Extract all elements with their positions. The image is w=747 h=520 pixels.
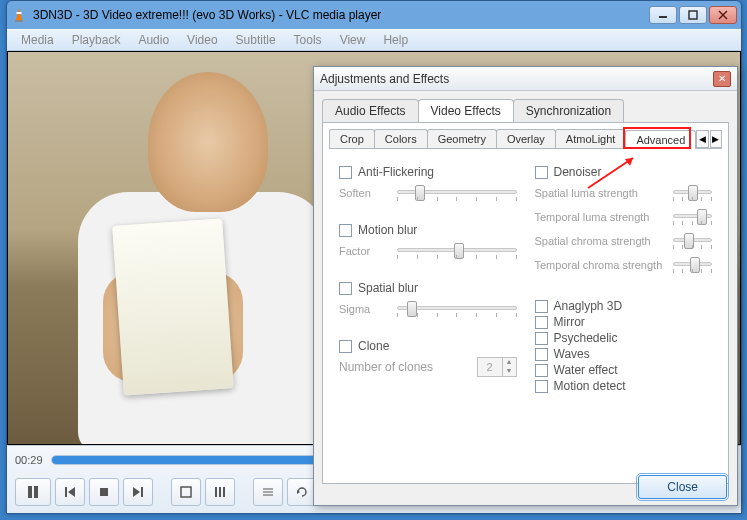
spatial-chroma-label: Spatial chroma strength xyxy=(535,235,665,247)
tab-synchronization[interactable]: Synchronization xyxy=(513,99,624,122)
clone-count-input[interactable] xyxy=(478,361,502,373)
water-label: Water effect xyxy=(554,363,618,377)
subtab-scroll-right[interactable]: ▶ xyxy=(710,130,722,148)
menu-help[interactable]: Help xyxy=(375,31,416,49)
maximize-button[interactable] xyxy=(679,6,707,24)
subtab-atmolight[interactable]: AtmoLight xyxy=(555,129,627,148)
anaglyph-checkbox[interactable] xyxy=(535,300,548,313)
menu-media[interactable]: Media xyxy=(13,31,62,49)
close-button[interactable]: Close xyxy=(638,475,727,499)
prev-button[interactable] xyxy=(55,478,85,506)
waves-label: Waves xyxy=(554,347,590,361)
waves-checkbox[interactable] xyxy=(535,348,548,361)
menu-view[interactable]: View xyxy=(332,31,374,49)
svg-rect-9 xyxy=(65,487,67,497)
fullscreen-button[interactable] xyxy=(171,478,201,506)
menu-video[interactable]: Video xyxy=(179,31,225,49)
menu-audio[interactable]: Audio xyxy=(130,31,177,49)
time-elapsed: 00:29 xyxy=(15,454,43,466)
vlc-cone-icon xyxy=(11,7,27,23)
svg-rect-11 xyxy=(100,488,108,496)
clone-count-down[interactable]: ▼ xyxy=(502,367,516,376)
svg-rect-14 xyxy=(181,487,191,497)
mirror-label: Mirror xyxy=(554,315,585,329)
clone-checkbox[interactable] xyxy=(339,340,352,353)
spatial-luma-slider[interactable] xyxy=(673,183,713,203)
factor-slider[interactable] xyxy=(397,241,517,261)
subtab-overlay[interactable]: Overlay xyxy=(496,129,556,148)
factor-label: Factor xyxy=(339,245,389,257)
clone-count-label: Number of clones xyxy=(339,360,469,374)
menu-subtitle[interactable]: Subtitle xyxy=(228,31,284,49)
dialog-close-icon[interactable]: ✕ xyxy=(713,71,731,87)
psychedelic-checkbox[interactable] xyxy=(535,332,548,345)
denoiser-label: Denoiser xyxy=(554,165,602,179)
playlist-button[interactable] xyxy=(253,478,283,506)
subtab-geometry[interactable]: Geometry xyxy=(427,129,497,148)
spatial-blur-label: Spatial blur xyxy=(358,281,418,295)
motion-blur-checkbox[interactable] xyxy=(339,224,352,237)
water-checkbox[interactable] xyxy=(535,364,548,377)
adjustments-dialog: Adjustments and Effects ✕ Audio Effects … xyxy=(313,66,738,506)
stop-button[interactable] xyxy=(89,478,119,506)
minimize-button[interactable] xyxy=(649,6,677,24)
motion-detect-checkbox[interactable] xyxy=(535,380,548,393)
menubar: Media Playback Audio Video Subtitle Tool… xyxy=(7,29,741,51)
tab-video-effects[interactable]: Video Effects xyxy=(418,99,514,122)
temporal-chroma-label: Temporal chroma strength xyxy=(535,259,665,271)
svg-rect-15 xyxy=(215,487,217,497)
anti-flickering-checkbox[interactable] xyxy=(339,166,352,179)
temporal-chroma-slider[interactable] xyxy=(673,255,713,275)
clone-label: Clone xyxy=(358,339,389,353)
clone-count-up[interactable]: ▲ xyxy=(502,358,516,367)
titlebar: 3DN3D - 3D Video extreme!!! (evo 3D Work… xyxy=(7,1,741,29)
next-button[interactable] xyxy=(123,478,153,506)
sigma-slider[interactable] xyxy=(397,299,517,319)
menu-playback[interactable]: Playback xyxy=(64,31,129,49)
subtab-advanced[interactable]: Advanced xyxy=(625,130,696,149)
clone-count-spinner[interactable]: ▲▼ xyxy=(477,357,517,377)
anti-flickering-label: Anti-Flickering xyxy=(358,165,434,179)
svg-rect-1 xyxy=(17,12,22,14)
psychedelic-label: Psychedelic xyxy=(554,331,618,345)
spatial-luma-label: Spatial luma strength xyxy=(535,187,665,199)
motion-detect-label: Motion detect xyxy=(554,379,626,393)
svg-rect-7 xyxy=(28,486,32,498)
subtab-colors[interactable]: Colors xyxy=(374,129,428,148)
svg-rect-12 xyxy=(141,487,143,497)
soften-label: Soften xyxy=(339,187,389,199)
spatial-chroma-slider[interactable] xyxy=(673,231,713,251)
motion-blur-label: Motion blur xyxy=(358,223,417,237)
dialog-titlebar: Adjustments and Effects ✕ xyxy=(314,67,737,91)
pause-button[interactable] xyxy=(15,478,51,506)
close-window-button[interactable] xyxy=(709,6,737,24)
subtab-crop[interactable]: Crop xyxy=(329,129,375,148)
svg-rect-17 xyxy=(223,487,225,497)
mirror-checkbox[interactable] xyxy=(535,316,548,329)
soften-slider[interactable] xyxy=(397,183,517,203)
menu-tools[interactable]: Tools xyxy=(286,31,330,49)
temporal-luma-slider[interactable] xyxy=(673,207,713,227)
svg-marker-13 xyxy=(133,487,140,497)
denoiser-checkbox[interactable] xyxy=(535,166,548,179)
tab-content: Crop Colors Geometry Overlay AtmoLight A… xyxy=(322,122,729,484)
subtab-scroll-left[interactable]: ◀ xyxy=(696,130,708,148)
svg-rect-16 xyxy=(219,487,221,497)
spatial-blur-checkbox[interactable] xyxy=(339,282,352,295)
svg-rect-2 xyxy=(15,20,23,22)
temporal-luma-label: Temporal luma strength xyxy=(535,211,665,223)
tab-audio-effects[interactable]: Audio Effects xyxy=(322,99,419,122)
svg-marker-10 xyxy=(68,487,75,497)
svg-rect-8 xyxy=(34,486,38,498)
anaglyph-label: Anaglyph 3D xyxy=(554,299,623,313)
dialog-title: Adjustments and Effects xyxy=(320,72,713,86)
sigma-label: Sigma xyxy=(339,303,389,315)
svg-rect-4 xyxy=(689,11,697,19)
ext-settings-button[interactable] xyxy=(205,478,235,506)
window-title: 3DN3D - 3D Video extreme!!! (evo 3D Work… xyxy=(33,8,649,22)
